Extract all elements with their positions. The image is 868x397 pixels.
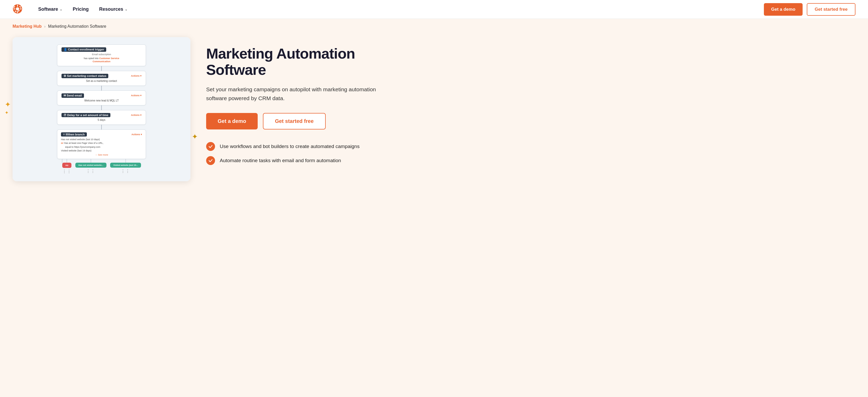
wf-delay-label: ⏱ Delay for a set amount of time bbox=[61, 113, 111, 117]
sparkle-large-icon: ✦ bbox=[5, 101, 11, 108]
hero-content: ✦ ✦ 👤 Contact enrollment trigger bbox=[0, 29, 418, 197]
feature-check-icon-1 bbox=[206, 142, 215, 151]
hero-subtitle: Set your marketing campaigns on autopilo… bbox=[206, 85, 384, 102]
feature-check-icon-2 bbox=[206, 156, 215, 165]
nav-software[interactable]: Software ⌄ bbox=[33, 4, 67, 14]
svg-rect-5 bbox=[20, 8, 22, 9]
hero-text: Marketing Automation Software Set your m… bbox=[206, 37, 406, 165]
wf-branch-label: ⑂ If/then branch bbox=[61, 132, 87, 136]
hero-title: Marketing Automation Software bbox=[206, 45, 406, 78]
wf-branch-conditions: Has not visited website (last 10 days) o… bbox=[61, 138, 142, 153]
hero-get-started-button[interactable]: Get started free bbox=[263, 113, 326, 129]
workflow-diagram: 👤 Contact enrollment trigger Email subsc… bbox=[21, 44, 182, 174]
navbar: Software ⌄ Pricing Resources ⌄ Get a dem… bbox=[0, 0, 868, 19]
wf-email-label: ✉ Send email bbox=[61, 93, 84, 98]
wf-col3-dots: ⋮⋮ bbox=[121, 169, 130, 174]
hubspot-logo[interactable] bbox=[12, 4, 23, 15]
svg-rect-3 bbox=[17, 11, 18, 13]
feature-text-1: Use workflows and bot builders to create… bbox=[220, 143, 360, 149]
feature-text-2: Automate routine tasks with email and fo… bbox=[220, 158, 341, 163]
hero-cta-row: Get a demo Get started free bbox=[206, 113, 406, 129]
breadcrumb-current: Marketing Automation Software bbox=[48, 24, 106, 29]
wf-connector-4 bbox=[101, 125, 102, 129]
wf-branch-col-2: Has not visited website... ⋮⋮ bbox=[75, 159, 106, 174]
nav-pricing[interactable]: Pricing bbox=[67, 4, 94, 14]
wf-branch-col-1: no ⋮⋮ bbox=[62, 159, 72, 174]
wf-output-teal2: Visited website (last 19... bbox=[110, 163, 141, 168]
workflow-diagram-container: 👤 Contact enrollment trigger Email subsc… bbox=[12, 37, 190, 181]
wf-block-trigger: 👤 Contact enrollment trigger Email subsc… bbox=[57, 44, 146, 66]
wf-block-send-email: ✉ Send email Actions ▾ Welcome new lead … bbox=[57, 91, 146, 105]
wf-trigger-body: Email subscription has opted into Custom… bbox=[61, 53, 142, 63]
breadcrumb: Marketing Hub › Marketing Automation Sof… bbox=[0, 19, 868, 29]
nav-get-started-button[interactable]: Get started free bbox=[807, 3, 856, 16]
wf-output-no: no bbox=[62, 163, 71, 168]
wf-col1-dots: ⋮⋮ bbox=[62, 169, 72, 174]
svg-point-1 bbox=[16, 7, 19, 10]
feature-item-2: Automate routine tasks with email and fo… bbox=[206, 156, 406, 165]
svg-rect-2 bbox=[17, 5, 18, 7]
wf-block-set-status: ⚙ Set marketing contact status Actions ▾… bbox=[57, 71, 146, 86]
wf-trigger-label: 👤 Contact enrollment trigger bbox=[61, 47, 106, 52]
wf-branch-actions-btn[interactable]: Actions ▾ bbox=[131, 133, 142, 136]
wf-block-delay: ⏱ Delay for a set amount of time Actions… bbox=[57, 110, 146, 125]
wf-delay-actions-btn[interactable]: Actions ▾ bbox=[131, 114, 142, 117]
svg-rect-4 bbox=[13, 8, 16, 9]
wf-output-teal1: Has not visited website... bbox=[75, 163, 106, 168]
wf-status-label: ⚙ Set marketing contact status bbox=[61, 74, 108, 78]
feature-list: Use workflows and bot builders to create… bbox=[206, 142, 406, 165]
hero-visual-wrapper: ✦ ✦ 👤 Contact enrollment trigger bbox=[12, 37, 190, 181]
wf-delay-body: 5 days bbox=[61, 118, 142, 122]
workflow-screenshot: 👤 Contact enrollment trigger Email subsc… bbox=[12, 37, 190, 181]
wf-branch-col-3: Visited website (last 19... ⋮⋮ bbox=[110, 159, 141, 174]
wf-email-body: Welcome new lead & MQL LT bbox=[61, 99, 142, 102]
feature-item-1: Use workflows and bot builders to create… bbox=[206, 142, 406, 151]
wf-branch-connectors: no ⋮⋮ Has not visited website... ⋮⋮ bbox=[21, 159, 182, 174]
hero-section: Marketing Hub › Marketing Automation Sof… bbox=[0, 19, 868, 397]
breadcrumb-parent-link[interactable]: Marketing Hub bbox=[12, 24, 41, 29]
wf-status-actions-btn[interactable]: Actions ▾ bbox=[131, 74, 142, 77]
sparkle-decorations-left: ✦ ✦ bbox=[5, 101, 11, 115]
wf-block-branch: ⑂ If/then branch Actions ▾ Has not visit… bbox=[57, 129, 146, 159]
nav-actions: Get a demo Get started free bbox=[764, 3, 856, 16]
nav-links: Software ⌄ Pricing Resources ⌄ bbox=[33, 4, 764, 14]
nav-get-demo-button[interactable]: Get a demo bbox=[764, 3, 803, 16]
wf-connector-3 bbox=[101, 105, 102, 110]
hero-get-demo-button[interactable]: Get a demo bbox=[206, 113, 258, 129]
wf-col2-dots: ⋮⋮ bbox=[86, 169, 95, 174]
wf-status-body: Set as a marketing contact bbox=[61, 79, 142, 83]
nav-resources[interactable]: Resources ⌄ bbox=[94, 4, 133, 14]
wf-connector-2 bbox=[101, 86, 102, 91]
breadcrumb-separator: › bbox=[44, 24, 45, 29]
software-chevron-icon: ⌄ bbox=[60, 8, 62, 11]
resources-chevron-icon: ⌄ bbox=[125, 8, 127, 11]
sparkle-decoration-right: ✦ bbox=[192, 132, 198, 141]
wf-see-more-link[interactable]: → See more bbox=[61, 154, 142, 156]
wf-email-actions-btn[interactable]: Actions ▾ bbox=[131, 94, 142, 97]
sparkle-small-icon: ✦ bbox=[5, 110, 11, 115]
wf-connector-1 bbox=[101, 66, 102, 71]
